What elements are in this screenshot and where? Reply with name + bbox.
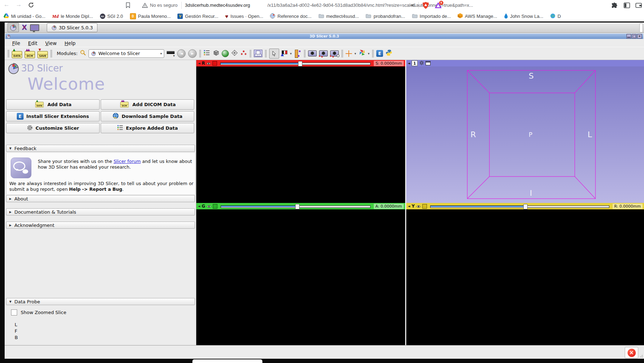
volume-rendering-icon[interactable]	[222, 50, 229, 57]
sun-icon[interactable]	[419, 60, 424, 67]
module-selector[interactable]: Welcome to Slicer ▾	[89, 49, 164, 58]
bookmark-item[interactable]: ♥ Issues · Open...	[225, 14, 263, 19]
section-about[interactable]: ▶ About	[6, 195, 195, 202]
security-label[interactable]: No es seguro	[150, 3, 177, 8]
bookmark-item[interactable]: Reference doc...	[270, 13, 311, 20]
bookmark-item[interactable]: 0 Paula Moreno...	[130, 13, 171, 19]
explore-added-data-button[interactable]: Explore Added Data	[101, 123, 194, 133]
toolbar-grip[interactable]	[7, 50, 9, 58]
bookmark-item[interactable]: probandofran...	[366, 14, 405, 19]
bookmark-item[interactable]: D	[550, 13, 561, 20]
sidebar-toggle-icon[interactable]	[624, 3, 630, 10]
minimize-button[interactable]	[627, 34, 631, 39]
slider-handle[interactable]	[295, 204, 300, 209]
green-slice-view[interactable]	[196, 209, 405, 345]
layout-selector-icon[interactable]	[254, 50, 262, 57]
eye-icon[interactable]	[416, 203, 421, 210]
x11-icon[interactable]: X	[22, 24, 27, 31]
place-fiducial-icon[interactable]: ▲	[282, 50, 287, 54]
view-menu-icon[interactable]	[426, 61, 431, 65]
resize-grip[interactable]	[639, 353, 643, 358]
browser-reload-icon[interactable]	[28, 2, 34, 10]
slider-handle[interactable]	[523, 204, 528, 209]
red-slice-view[interactable]	[196, 66, 405, 203]
scene-views-icon[interactable]	[319, 50, 328, 56]
install-extensions-button[interactable]: E Install Slicer Extensions	[6, 111, 100, 121]
section-documentation[interactable]: ▶ Documentation & Tutorials	[6, 208, 195, 215]
mouse-mode-cursor-button[interactable]	[269, 49, 279, 59]
bookmark-item[interactable]: SGI SGI 2.0	[100, 14, 123, 19]
section-feedback[interactable]: ▼ Feedback	[6, 145, 195, 152]
hidden-panel-edge[interactable]	[192, 359, 262, 363]
toolbar-grip[interactable]	[50, 50, 52, 58]
notification-triangle-icon[interactable]: 5	[435, 2, 442, 10]
show-zoomed-slice-checkbox[interactable]	[11, 309, 17, 315]
window-titlebar[interactable]: 3D Slicer 5.0.3 ×	[5, 34, 643, 39]
pin-icon[interactable]: ◄	[408, 61, 410, 65]
python-console-icon[interactable]	[386, 49, 392, 58]
yellow-slice-menu-icon[interactable]	[422, 204, 427, 209]
threed-view[interactable]: S R P L I	[406, 66, 644, 203]
section-data-probe[interactable]: ▼ Data Probe	[6, 298, 195, 305]
module-search-icon[interactable]	[80, 50, 86, 57]
close-button[interactable]: ×	[637, 34, 642, 39]
customize-slicer-button[interactable]: Customize Slicer	[6, 123, 100, 133]
green-slice-slider[interactable]	[221, 204, 371, 209]
screenshot-icon[interactable]	[308, 50, 317, 56]
yellow-slice-view[interactable]	[406, 209, 644, 345]
section-acknowledgment[interactable]: ▶ Acknowledgment	[6, 222, 195, 229]
wallet-icon[interactable]	[635, 3, 642, 10]
taskbar-window-button[interactable]: 3D Slicer 5.0.3	[47, 23, 98, 32]
toolbar-grip[interactable]	[199, 50, 201, 58]
scene-view-restore-icon[interactable]	[330, 50, 339, 56]
add-dicom-data-button[interactable]: ▲▲DCM Add DICOM Data	[101, 99, 194, 110]
slicer-launcher-button[interactable]	[7, 23, 19, 32]
bookmark-item[interactable]: Mi unidad - Go...	[4, 13, 45, 19]
toolbar-grip[interactable]	[250, 50, 251, 58]
bookmark-item[interactable]: John Snow La...	[504, 13, 543, 20]
url-host[interactable]: 3dslicerhub.medtec4susdev.org	[185, 3, 250, 8]
monitor-icon[interactable]	[30, 24, 39, 31]
add-dicom-icon[interactable]: ▲▲DCM	[25, 51, 35, 58]
toolbar-grip[interactable]	[265, 50, 267, 58]
share-icon[interactable]: <	[411, 3, 414, 8]
module-back-icon[interactable]: ◄	[177, 49, 186, 58]
bookmark-outline-icon[interactable]	[126, 2, 130, 10]
browser-back-icon[interactable]: ←	[4, 1, 10, 8]
toolbar-grip[interactable]	[341, 50, 343, 58]
viewport-divider[interactable]	[405, 60, 406, 345]
add-data-button[interactable]: ▲DATA Add Data	[6, 99, 100, 110]
extensions-puzzle-icon[interactable]	[611, 2, 618, 10]
menu-help[interactable]: Help	[62, 40, 78, 47]
green-slice-menu-icon[interactable]	[213, 204, 217, 209]
brave-shield-icon[interactable]	[423, 2, 429, 10]
browser-forward-icon[interactable]: →	[16, 1, 22, 8]
eye-icon[interactable]	[206, 60, 211, 67]
bookmark-item[interactable]: Importado de...	[412, 14, 451, 19]
menu-file[interactable]: File	[10, 40, 23, 47]
module-history-icon[interactable]	[203, 50, 210, 58]
registration-icon[interactable]	[240, 50, 247, 57]
module-forward-icon[interactable]: ►	[188, 49, 197, 58]
module-finder-icon[interactable]: ▾	[167, 50, 175, 58]
slice-intersections-icon[interactable]	[359, 49, 366, 58]
pin-icon[interactable]: ◄	[408, 204, 410, 208]
menu-view[interactable]: View	[43, 40, 59, 47]
eye-icon[interactable]	[207, 203, 211, 210]
measurement-ruler-icon[interactable]	[294, 50, 301, 58]
bookmark-item[interactable]: AWS Manage...	[458, 13, 497, 19]
security-warning-icon[interactable]	[142, 3, 148, 9]
slider-handle[interactable]	[298, 61, 302, 66]
bookmark-item[interactable]: medtect4susd...	[318, 14, 359, 19]
bookmark-item[interactable]: Md le Monde Dipl...	[52, 14, 93, 19]
pin-icon[interactable]: ◄	[198, 61, 200, 65]
pin-icon[interactable]: ◄	[198, 204, 200, 208]
add-data-icon[interactable]: ▲DATA	[12, 51, 22, 58]
save-icon[interactable]: ▼SAVE	[37, 51, 48, 58]
red-slice-menu-icon[interactable]	[212, 61, 217, 66]
taskbar-scrollbar[interactable]	[639, 23, 643, 33]
crosshair-icon[interactable]	[346, 50, 352, 57]
slicer-forum-link[interactable]: Slicer forum	[114, 159, 141, 164]
error-log-button[interactable]: ×	[625, 347, 638, 358]
maximize-button[interactable]	[632, 34, 637, 39]
